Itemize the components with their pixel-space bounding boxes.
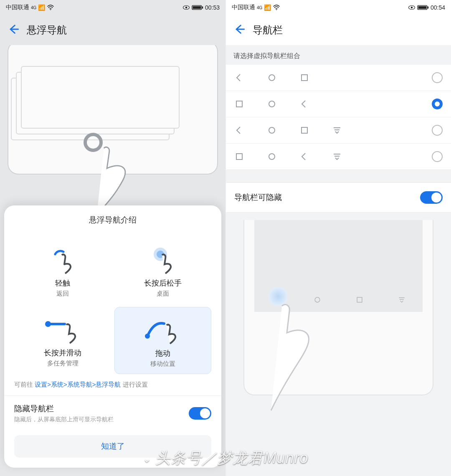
gesture-title: 长按后松手 <box>144 278 182 288</box>
settings-path-link[interactable]: 设置>系统>系统导航>悬浮导航 <box>35 381 121 388</box>
recent-icon <box>299 125 309 135</box>
radio-button[interactable] <box>432 151 443 162</box>
radio-button[interactable] <box>432 72 443 83</box>
home-icon <box>267 125 277 135</box>
clock-label: 00:53 <box>205 4 220 11</box>
navbar-hideable-label: 导航栏可隐藏 <box>234 192 282 203</box>
home-icon <box>267 99 277 109</box>
tap-icon <box>49 246 76 276</box>
clock-label: 00:54 <box>431 4 445 11</box>
recent-icon <box>234 99 244 109</box>
home-icon <box>267 73 277 83</box>
radio-button[interactable] <box>432 99 443 109</box>
signal-icon: 📶 <box>38 4 45 11</box>
eye-comfort-icon <box>182 5 190 10</box>
home-icon <box>313 296 322 304</box>
page-title: 导航栏 <box>253 23 283 37</box>
svg-rect-8 <box>193 6 201 9</box>
network-4g-icon: 4G <box>257 5 262 10</box>
gesture-sub: 桌面 <box>157 290 169 298</box>
recent-icon <box>299 73 309 83</box>
navbar-combo-option[interactable] <box>226 65 451 91</box>
battery-icon <box>417 5 429 10</box>
navbar-combo-option[interactable] <box>226 91 451 117</box>
back-icon <box>234 125 244 135</box>
back-button[interactable] <box>8 23 19 37</box>
sheet-title: 悬浮导航介绍 <box>4 215 221 225</box>
carrier-label: 中国联通 <box>6 4 29 11</box>
gesture-title: 长按并滑动 <box>44 348 81 358</box>
gesture-tap[interactable]: 轻触 返回 <box>14 237 111 304</box>
radio-button[interactable] <box>432 125 443 136</box>
navbar-hideable-row[interactable]: 导航栏可隐藏 <box>226 182 451 213</box>
path-hint: 可前往 设置>系统>系统导航>悬浮导航 进行设置 <box>4 374 221 396</box>
carrier-label: 中国联通 <box>232 4 255 11</box>
intro-sheet: 悬浮导航介绍 轻触 返回 长按后松手 桌面 长按并滑动 <box>4 205 221 468</box>
collapse-icon <box>332 125 342 135</box>
section-title: 请选择虚拟导航栏组合 <box>226 45 451 65</box>
eye-comfort-icon <box>408 5 416 10</box>
screen-navbar-settings: 中国联通 4G 📶 00:54 导航栏 请选择虚拟导航栏组合 导航栏可隐藏 <box>226 0 451 476</box>
gesture-sub: 返回 <box>56 290 69 298</box>
got-it-button[interactable]: 知道了 <box>14 435 211 458</box>
recent-icon <box>234 152 244 162</box>
screen-floating-nav: 中国联通 4G 📶 00:53 悬浮导航 <box>0 0 226 476</box>
navbar-combo-option[interactable] <box>226 117 451 144</box>
title-bar: 悬浮导航 <box>0 15 226 45</box>
home-icon <box>267 152 277 162</box>
gesture-sub: 移动位置 <box>150 360 175 368</box>
status-bar: 中国联通 4G 📶 00:53 <box>0 0 226 15</box>
title-bar: 导航栏 <box>226 15 451 45</box>
status-bar: 中国联通 4G 📶 00:54 <box>226 0 451 15</box>
drag-icon <box>144 316 182 346</box>
navbar-hideable-toggle[interactable] <box>420 191 443 204</box>
svg-rect-20 <box>428 7 428 9</box>
gesture-drag[interactable]: 拖动 移动位置 <box>114 307 211 374</box>
svg-point-15 <box>276 9 277 10</box>
hide-navbar-row[interactable]: 隐藏导航栏 隐藏后，从屏幕底部上滑可显示导航栏 <box>4 396 221 427</box>
navbar-combo-option[interactable] <box>226 144 451 170</box>
gesture-sub: 多任务管理 <box>47 360 79 367</box>
hide-navbar-desc: 隐藏后，从屏幕底部上滑可显示导航栏 <box>14 416 114 423</box>
longpress-icon <box>149 246 176 276</box>
hand-illustration-icon <box>269 304 345 412</box>
hide-navbar-title: 隐藏导航栏 <box>14 403 114 414</box>
svg-point-14 <box>145 334 150 339</box>
gesture-longpress-slide[interactable]: 长按并滑动 多任务管理 <box>14 307 111 374</box>
recent-icon <box>355 296 364 304</box>
collapse-icon <box>332 152 342 162</box>
svg-point-4 <box>50 9 51 10</box>
back-icon <box>299 152 309 162</box>
battery-icon <box>192 5 203 10</box>
gesture-title: 轻触 <box>55 278 70 288</box>
svg-rect-19 <box>418 6 426 9</box>
back-icon <box>299 99 309 109</box>
back-icon <box>234 73 244 83</box>
network-4g-icon: 4G <box>31 5 36 10</box>
wifi-icon <box>273 5 280 10</box>
svg-rect-9 <box>202 7 203 9</box>
navbar-preview-illustration <box>243 220 433 395</box>
svg-point-6 <box>185 7 187 9</box>
wifi-icon <box>47 5 54 10</box>
gesture-longpress[interactable]: 长按后松手 桌面 <box>114 237 211 304</box>
back-button[interactable] <box>233 23 245 37</box>
svg-point-17 <box>411 7 413 9</box>
collapse-icon <box>398 296 406 304</box>
signal-icon: 📶 <box>264 4 271 11</box>
page-title: 悬浮导航 <box>27 23 67 37</box>
hide-navbar-toggle[interactable] <box>189 407 211 420</box>
gesture-title: 拖动 <box>155 348 170 358</box>
slide-icon <box>44 316 81 345</box>
